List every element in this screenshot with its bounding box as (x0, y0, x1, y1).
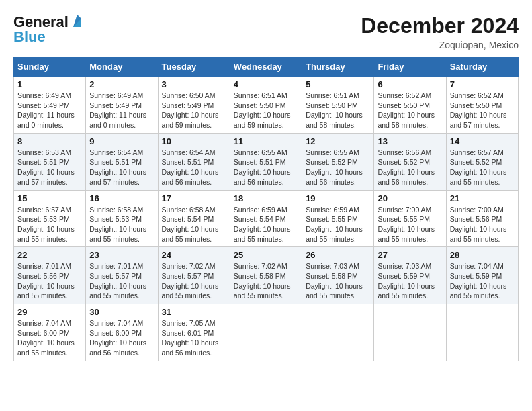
day-info: Sunrise: 6:57 AM Sunset: 5:53 PM Dayligh… (17, 205, 82, 244)
table-row (230, 304, 302, 361)
day-number: 30 (89, 307, 154, 317)
day-number: 29 (17, 307, 82, 317)
col-thursday: Thursday (302, 58, 374, 77)
table-row: 26 Sunrise: 7:03 AM Sunset: 5:58 PM Dayl… (302, 247, 374, 304)
table-row: 31 Sunrise: 7:05 AM Sunset: 6:01 PM Dayl… (158, 304, 230, 361)
day-number: 12 (306, 136, 370, 146)
table-row: 1 Sunrise: 6:49 AM Sunset: 5:49 PM Dayli… (14, 77, 86, 134)
day-number: 25 (234, 250, 298, 260)
day-info: Sunrise: 7:02 AM Sunset: 5:58 PM Dayligh… (234, 261, 298, 301)
day-info: Sunrise: 6:49 AM Sunset: 5:49 PM Dayligh… (17, 91, 82, 130)
day-number: 8 (17, 136, 82, 146)
day-info: Sunrise: 6:49 AM Sunset: 5:49 PM Dayligh… (89, 91, 154, 130)
table-row: 9 Sunrise: 6:54 AM Sunset: 5:51 PM Dayli… (86, 133, 158, 190)
day-number: 23 (89, 250, 154, 260)
day-number: 6 (378, 79, 442, 89)
day-info: Sunrise: 6:57 AM Sunset: 5:52 PM Dayligh… (450, 148, 515, 187)
day-info: Sunrise: 7:03 AM Sunset: 5:58 PM Dayligh… (306, 261, 370, 301)
day-info: Sunrise: 7:01 AM Sunset: 5:56 PM Dayligh… (17, 261, 82, 301)
page-container: General Blue December 2024 Zoquiopan, Me… (13, 13, 519, 361)
day-number: 27 (378, 250, 442, 260)
day-number: 2 (89, 79, 154, 89)
col-wednesday: Wednesday (230, 58, 302, 77)
table-row: 2 Sunrise: 6:49 AM Sunset: 5:49 PM Dayli… (86, 77, 158, 134)
day-number: 16 (89, 193, 154, 203)
table-row: 23 Sunrise: 7:01 AM Sunset: 5:57 PM Dayl… (86, 247, 158, 304)
day-number: 20 (378, 193, 442, 203)
col-tuesday: Tuesday (158, 58, 230, 77)
day-number: 22 (17, 250, 82, 260)
table-row: 8 Sunrise: 6:53 AM Sunset: 5:51 PM Dayli… (14, 133, 86, 190)
day-info: Sunrise: 6:55 AM Sunset: 5:52 PM Dayligh… (306, 148, 370, 187)
day-info: Sunrise: 6:56 AM Sunset: 5:52 PM Dayligh… (378, 148, 442, 187)
day-info: Sunrise: 7:03 AM Sunset: 5:59 PM Dayligh… (378, 261, 442, 301)
logo-text-blue: Blue (13, 28, 46, 46)
table-row: 14 Sunrise: 6:57 AM Sunset: 5:52 PM Dayl… (446, 133, 518, 190)
calendar-table: Sunday Monday Tuesday Wednesday Thursday… (13, 57, 519, 361)
day-number: 26 (306, 250, 370, 260)
day-number: 7 (450, 79, 515, 89)
table-row (374, 304, 446, 361)
day-info: Sunrise: 7:00 AM Sunset: 5:56 PM Dayligh… (450, 205, 515, 244)
location-title: Zoquiopan, Mexico (361, 40, 519, 50)
table-row: 16 Sunrise: 6:58 AM Sunset: 5:53 PM Dayl… (86, 190, 158, 247)
table-row: 4 Sunrise: 6:51 AM Sunset: 5:50 PM Dayli… (230, 77, 302, 134)
table-row: 7 Sunrise: 6:52 AM Sunset: 5:50 PM Dayli… (446, 77, 518, 134)
day-number: 31 (162, 307, 226, 317)
calendar-header-row: Sunday Monday Tuesday Wednesday Thursday… (14, 58, 519, 77)
col-friday: Friday (374, 58, 446, 77)
day-info: Sunrise: 7:04 AM Sunset: 5:59 PM Dayligh… (450, 261, 515, 301)
day-number: 3 (162, 79, 226, 89)
table-row: 15 Sunrise: 6:57 AM Sunset: 5:53 PM Dayl… (14, 190, 86, 247)
day-info: Sunrise: 7:05 AM Sunset: 6:01 PM Dayligh… (162, 318, 226, 358)
day-number: 14 (450, 136, 515, 146)
table-row: 20 Sunrise: 7:00 AM Sunset: 5:55 PM Dayl… (374, 190, 446, 247)
day-number: 9 (89, 136, 154, 146)
day-number: 5 (306, 79, 370, 89)
table-row: 11 Sunrise: 6:55 AM Sunset: 5:51 PM Dayl… (230, 133, 302, 190)
day-info: Sunrise: 7:04 AM Sunset: 6:00 PM Dayligh… (89, 318, 154, 358)
day-number: 1 (17, 79, 82, 89)
day-info: Sunrise: 6:58 AM Sunset: 5:54 PM Dayligh… (162, 205, 226, 244)
day-info: Sunrise: 6:54 AM Sunset: 5:51 PM Dayligh… (89, 148, 154, 187)
table-row: 10 Sunrise: 6:54 AM Sunset: 5:51 PM Dayl… (158, 133, 230, 190)
table-row: 17 Sunrise: 6:58 AM Sunset: 5:54 PM Dayl… (158, 190, 230, 247)
day-info: Sunrise: 6:58 AM Sunset: 5:53 PM Dayligh… (89, 205, 154, 244)
day-number: 10 (162, 136, 226, 146)
logo: General Blue (13, 13, 84, 46)
table-row: 5 Sunrise: 6:51 AM Sunset: 5:50 PM Dayli… (302, 77, 374, 134)
day-number: 4 (234, 79, 298, 89)
day-info: Sunrise: 7:00 AM Sunset: 5:55 PM Dayligh… (378, 205, 442, 244)
table-row: 12 Sunrise: 6:55 AM Sunset: 5:52 PM Dayl… (302, 133, 374, 190)
table-row: 18 Sunrise: 6:59 AM Sunset: 5:54 PM Dayl… (230, 190, 302, 247)
month-title: December 2024 (361, 13, 519, 38)
day-info: Sunrise: 7:04 AM Sunset: 6:00 PM Dayligh… (17, 318, 82, 358)
day-number: 18 (234, 193, 298, 203)
day-number: 13 (378, 136, 442, 146)
day-number: 11 (234, 136, 298, 146)
day-info: Sunrise: 6:59 AM Sunset: 5:54 PM Dayligh… (234, 205, 298, 244)
day-number: 17 (162, 193, 226, 203)
table-row: 22 Sunrise: 7:01 AM Sunset: 5:56 PM Dayl… (14, 247, 86, 304)
day-info: Sunrise: 6:53 AM Sunset: 5:51 PM Dayligh… (17, 148, 82, 187)
table-row: 30 Sunrise: 7:04 AM Sunset: 6:00 PM Dayl… (86, 304, 158, 361)
day-number: 28 (450, 250, 515, 260)
col-sunday: Sunday (14, 58, 86, 77)
table-row: 6 Sunrise: 6:52 AM Sunset: 5:50 PM Dayli… (374, 77, 446, 134)
table-row: 19 Sunrise: 6:59 AM Sunset: 5:55 PM Dayl… (302, 190, 374, 247)
title-area: December 2024 Zoquiopan, Mexico (361, 13, 519, 50)
day-number: 19 (306, 193, 370, 203)
col-saturday: Saturday (446, 58, 518, 77)
table-row (446, 304, 518, 361)
day-info: Sunrise: 6:51 AM Sunset: 5:50 PM Dayligh… (234, 91, 298, 130)
table-row: 27 Sunrise: 7:03 AM Sunset: 5:59 PM Dayl… (374, 247, 446, 304)
table-row: 28 Sunrise: 7:04 AM Sunset: 5:59 PM Dayl… (446, 247, 518, 304)
day-number: 24 (162, 250, 226, 260)
day-info: Sunrise: 6:59 AM Sunset: 5:55 PM Dayligh… (306, 205, 370, 244)
header: General Blue December 2024 Zoquiopan, Me… (13, 13, 519, 50)
day-info: Sunrise: 6:52 AM Sunset: 5:50 PM Dayligh… (450, 91, 515, 130)
table-row: 21 Sunrise: 7:00 AM Sunset: 5:56 PM Dayl… (446, 190, 518, 247)
table-row: 24 Sunrise: 7:02 AM Sunset: 5:57 PM Dayl… (158, 247, 230, 304)
day-number: 15 (17, 193, 82, 203)
table-row: 13 Sunrise: 6:56 AM Sunset: 5:52 PM Dayl… (374, 133, 446, 190)
